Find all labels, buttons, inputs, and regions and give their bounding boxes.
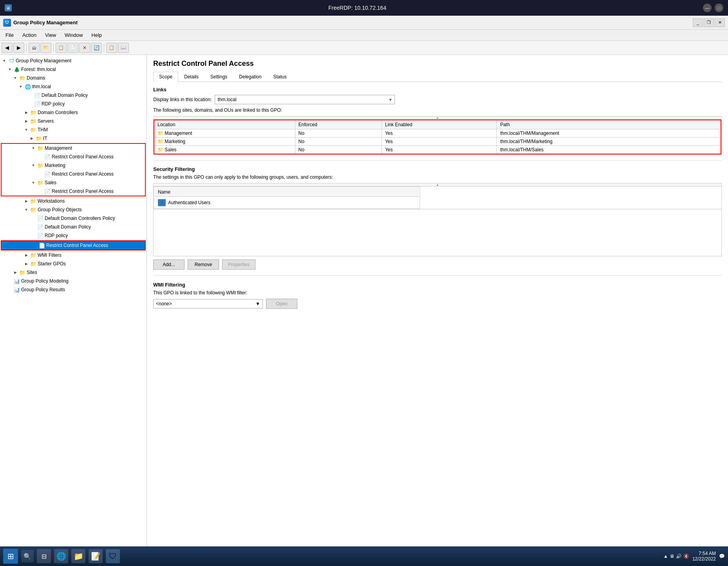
tab-details[interactable]: Details (178, 72, 205, 82)
menu-view[interactable]: View (41, 31, 60, 39)
search-icon: 🔍 (24, 553, 31, 560)
tab-status[interactable]: Status (267, 72, 292, 82)
menu-window[interactable]: Window (61, 31, 87, 39)
tree-item-default-domain-policy[interactable]: ▶ 📄 Default Domain Policy (0, 91, 147, 100)
forward-button[interactable]: ▶ (13, 43, 24, 53)
tree-item-gp-results[interactable]: ▶ 📊 Group Policy Results (0, 285, 147, 294)
tree-item-servers[interactable]: ▶ 📁 Servers (0, 117, 147, 125)
expand-marketing-ou[interactable]: ▼ (31, 163, 36, 168)
win-close-button[interactable]: ✕ (715, 18, 725, 27)
tree-item-gp-modeling[interactable]: ▶ 📊 Group Policy Modeling (0, 277, 147, 285)
tree-item-sites[interactable]: ▶ 📁 Sites (0, 268, 147, 277)
properties-button[interactable]: 📋 (106, 43, 117, 53)
expand-sites[interactable]: ▶ (13, 270, 18, 275)
taskbar-active-app[interactable]: 🛡 (106, 549, 120, 563)
paste-button[interactable]: 📄 (67, 43, 78, 53)
tree-item-restrict-sales[interactable]: ▶ 📄 Restrict Control Panel Access (2, 187, 145, 196)
tree-item-gpm-root[interactable]: ▼ 🛡 Group Policy Management (0, 56, 147, 65)
expand-gpm-root[interactable]: ▼ (2, 58, 7, 63)
links-cell-path-0: thm.local/THM/Management (497, 129, 721, 138)
tree-item-restrict-access[interactable]: ▶ 📄 Restrict Control Panel Access (2, 241, 145, 250)
thm-ou-label: THM (38, 127, 48, 132)
maximize-button[interactable]: □ (715, 4, 723, 12)
links-row-2[interactable]: 📁 Sales No Yes thm.local/THM/Sales (154, 146, 721, 154)
remove-button[interactable]: Remove (188, 259, 219, 270)
tree-item-default-domain-policy2[interactable]: ▶ 📄 Default Domain Policy (0, 223, 147, 231)
tree-item-rdp-policy2[interactable]: ▶ 📄 RDP policy (0, 231, 147, 240)
menu-help[interactable]: Help (87, 31, 106, 39)
tree-item-forest[interactable]: ▼ 🌲 Forest: thm.local (0, 65, 147, 74)
refresh-button[interactable]: 🔄 (91, 43, 102, 53)
security-row-0[interactable]: 👤 Authenticated Users (155, 198, 419, 208)
tree-item-default-dc-policy[interactable]: ▶ 📄 Default Domain Controllers Policy (0, 214, 147, 223)
tree-item-restrict-mkt[interactable]: ▶ 📄 Restrict Control Panel Access (2, 170, 145, 178)
expand-workstations[interactable]: ▶ (24, 198, 29, 204)
back-button[interactable]: ◀ (2, 43, 13, 53)
expand-management-ou[interactable]: ▼ (31, 145, 36, 151)
expand-gpo-folder[interactable]: ▼ (24, 207, 29, 212)
tree-item-management-ou[interactable]: ▼ 📁 Management (2, 144, 145, 152)
menu-file[interactable]: File (2, 31, 18, 39)
wmi-open-button[interactable]: Open (266, 299, 297, 309)
expand-sales-ou[interactable]: ▼ (31, 180, 36, 185)
tree-item-gpo-folder[interactable]: ▼ 📁 Group Policy Objects (0, 205, 147, 214)
links-cell-link-enabled-0: Yes (382, 129, 497, 138)
menu-action[interactable]: Action (18, 31, 40, 39)
tab-scope[interactable]: Scope (153, 72, 178, 82)
tree-item-marketing-ou[interactable]: ▼ 📁 Marketing (2, 161, 145, 170)
show-tree-button[interactable]: 📁 (40, 43, 51, 53)
notifications-icon[interactable]: 💬 (719, 553, 725, 559)
delete-button[interactable]: ✕ (79, 43, 90, 53)
tab-delegation[interactable]: Delegation (233, 72, 267, 82)
links-row-1[interactable]: 📁 Marketing No Yes thm.local/THM/Marketi… (154, 138, 721, 146)
copy-button[interactable]: 📋 (56, 43, 67, 53)
tree-item-domain-controllers[interactable]: ▶ 📁 Domain Controllers (0, 108, 147, 117)
win-restore-button[interactable]: ❐ (704, 18, 714, 27)
links-dropdown-value: thm.local (217, 97, 236, 102)
expand-it[interactable]: ▶ (29, 136, 34, 141)
taskbar-folder-icon[interactable]: 📁 (71, 549, 85, 563)
tree-item-sales-ou[interactable]: ▼ 📁 Sales (2, 178, 145, 187)
expand-servers[interactable]: ▶ (24, 118, 29, 124)
expand-wmi[interactable]: ▶ (24, 252, 29, 258)
links-location-dropdown[interactable]: thm.local ▼ (215, 95, 395, 104)
expand-forest[interactable]: ▼ (7, 67, 13, 72)
tree-item-rdp-policy[interactable]: ▶ 📄 RDP policy (0, 100, 147, 108)
tree-item-restrict-mgmt[interactable]: ▶ 📄 Restrict Control Panel Access (2, 152, 145, 161)
tree-item-starter-gpos[interactable]: ▶ 📁 Starter GPOs (0, 259, 147, 268)
minimize-button[interactable]: — (703, 4, 712, 12)
taskbar-extra-icon[interactable]: 📝 (89, 549, 103, 563)
wmi-desc: This GPO is linked to the following WMI … (153, 290, 722, 296)
wmi-dropdown[interactable]: <none> ▼ (153, 299, 263, 308)
start-button[interactable]: ⊞ (3, 549, 18, 564)
tab-settings[interactable]: Settings (205, 72, 233, 82)
properties-security-button[interactable]: Properties (222, 259, 255, 270)
tree-item-wmi-filters[interactable]: ▶ 📁 WMI Filters (0, 251, 147, 259)
servers-label: Servers (38, 118, 54, 124)
tree-item-it[interactable]: ▶ 📁 IT (0, 134, 147, 143)
expand-starter-gpos[interactable]: ▶ (24, 261, 29, 267)
taskbar-clock[interactable]: 7:54 AM 12/22/2022 (692, 551, 716, 562)
expand-thm-ou[interactable]: ▼ (24, 127, 29, 132)
show-hide-tree-button[interactable]: 🗂 (29, 43, 40, 53)
expand-thm-local[interactable]: ▼ (18, 84, 24, 89)
taskbar-task-view[interactable]: ⊟ (37, 549, 51, 563)
ddcp-icon: 📄 (37, 215, 43, 221)
links-col-enforced: Enforced (295, 120, 382, 129)
links-row-0[interactable]: 📁 Management No Yes thm.local/THM/Manage… (154, 129, 721, 138)
expand-domains[interactable]: ▼ (13, 75, 18, 81)
taskbar-search-button[interactable]: 🔍 (21, 550, 34, 562)
expand-dc[interactable]: ▶ (24, 110, 29, 115)
win-minimize-button[interactable]: _ (693, 18, 703, 27)
taskbar-ie-icon[interactable]: 🌐 (54, 549, 68, 563)
divider-1 (153, 160, 722, 161)
tree-item-thm-ou[interactable]: ▼ 📁 THM (0, 125, 147, 134)
tree-item-thm-local[interactable]: ▼ 🌐 thm.local (0, 82, 147, 91)
sys-tray-arrow[interactable]: ▲ (663, 553, 668, 559)
help-button[interactable]: 📖 (118, 43, 129, 53)
tree-item-domains[interactable]: ▼ 📁 Domains (0, 74, 147, 82)
tree-item-workstations[interactable]: ▶ 📁 Workstations (0, 197, 147, 205)
domains-label: Domains (27, 75, 45, 81)
management-ou-icon: 📁 (37, 145, 43, 151)
add-button[interactable]: Add... (153, 259, 185, 270)
